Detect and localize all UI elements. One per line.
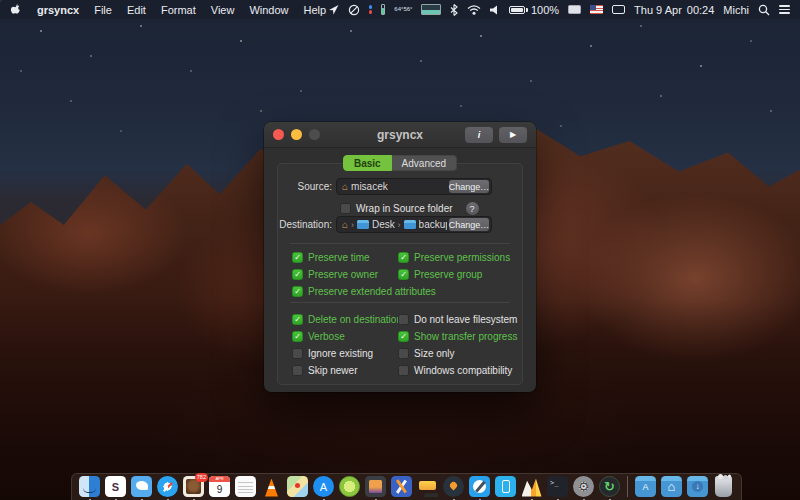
notification-center-icon[interactable] (779, 5, 790, 13)
checkbox-windows-compatibility[interactable]: ✓ Windows compatibility (398, 362, 517, 379)
checkbox-preserve-group[interactable]: ✓ Preserve group (398, 266, 510, 283)
run-button[interactable]: ▶ (499, 127, 527, 143)
checkbox-box[interactable]: ✓ (292, 252, 303, 263)
apple-menu-icon[interactable] (10, 3, 22, 17)
menu-item-view[interactable]: View (211, 4, 235, 16)
checkbox-delete-on-destination[interactable]: ✓ Delete on destination (292, 311, 402, 328)
checkbox-box[interactable]: ✓ (292, 348, 303, 359)
checkbox-show-transfer-progress[interactable]: ✓ Show transfer progress (398, 328, 517, 345)
destination-segment-backup: backup (419, 219, 447, 230)
spotlight-search-icon[interactable] (758, 4, 770, 16)
dock-item-grsyncx[interactable]: ↻ (599, 476, 620, 500)
window-titlebar[interactable]: grsyncx i ▶ (264, 122, 536, 148)
dock-item-mail[interactable]: 782 (183, 476, 204, 500)
temp-top: 64° (394, 6, 403, 13)
location-icon[interactable] (328, 4, 339, 15)
dock-item-finder[interactable] (79, 476, 100, 500)
option-label: Delete on destination (308, 314, 402, 325)
zoom-button[interactable] (309, 129, 320, 140)
dock-item-twitter[interactable] (131, 476, 152, 500)
dock-item-safari[interactable] (157, 476, 178, 500)
destination-change-button[interactable]: Change… (449, 218, 489, 231)
help-button[interactable]: ? (466, 202, 479, 215)
battery-status[interactable]: 100% (509, 4, 559, 16)
checkbox-box[interactable]: ✓ (398, 314, 409, 325)
menu-app-name[interactable]: grsyncx (37, 4, 79, 16)
network-graph-icon[interactable] (421, 4, 441, 15)
source-path-field[interactable]: ⌂ misacek Change… (336, 178, 492, 195)
dock-item-transmit[interactable] (417, 476, 438, 500)
checkbox-box[interactable]: ✓ (292, 314, 303, 325)
checkbox-box[interactable]: ✓ (398, 365, 409, 376)
close-button[interactable] (273, 129, 284, 140)
dock-item-terminal[interactable]: >_ (547, 476, 568, 500)
dock-item-calendar[interactable]: APR9 (209, 476, 230, 500)
do-not-disturb-icon[interactable] (348, 4, 360, 16)
tab-basic[interactable]: Basic (343, 155, 392, 171)
dock-item-downloads-folder[interactable]: ↓ (687, 476, 708, 500)
checkbox-box[interactable]: ✓ (398, 348, 409, 359)
dock-item-applications-folder[interactable]: A (635, 476, 656, 500)
menu-item-file[interactable]: File (94, 4, 112, 16)
dock-item-simulator[interactable] (495, 476, 516, 500)
info-button[interactable]: i (465, 127, 493, 143)
dock-item-trash[interactable] (713, 476, 734, 500)
menu-item-format[interactable]: Format (161, 4, 196, 16)
dock-item-xcode[interactable] (469, 476, 490, 500)
cpu-monitor-icon[interactable] (369, 5, 373, 14)
menu-clock[interactable]: Thu 9 Apr 00:24 (634, 4, 714, 16)
wifi-icon[interactable] (467, 5, 481, 15)
dock-item-vlc[interactable] (261, 476, 282, 500)
us-flag-icon[interactable] (590, 5, 603, 14)
bluetooth-icon[interactable] (450, 4, 458, 16)
dock-item-system-preferences[interactable]: ⚙ (573, 476, 594, 500)
tab-advanced[interactable]: Advanced (392, 155, 457, 171)
dock-item-home-folder[interactable]: ⌂ (661, 476, 682, 500)
dock-item-maps[interactable] (287, 476, 308, 500)
menu-item-help[interactable]: Help (304, 4, 327, 16)
transmit-truck-icon (417, 476, 438, 497)
dock-item-drawing-app[interactable] (391, 476, 412, 500)
dock-item-textedit[interactable] (235, 476, 256, 500)
checkbox-box[interactable]: ✓ (292, 365, 303, 376)
destination-path-field[interactable]: ⌂ › Deskt › backup Change… (336, 216, 492, 233)
dock-divider (627, 476, 628, 497)
checkbox-box[interactable]: ✓ (292, 269, 303, 280)
checkbox-box[interactable]: ✓ (340, 203, 351, 214)
menu-item-window[interactable]: Window (249, 4, 288, 16)
checkbox-preserve-extended-attributes[interactable]: ✓ Preserve extended attributes (292, 283, 436, 300)
safari-icon (157, 476, 178, 497)
checkbox-skip-newer[interactable]: ✓ Skip newer (292, 362, 402, 379)
dock-item-map-pin-app[interactable] (443, 476, 464, 500)
checkbox-do-not-leave-filesystem[interactable]: ✓ Do not leave filesystem (398, 311, 517, 328)
checkbox-box[interactable]: ✓ (292, 331, 303, 342)
icon-art: >_ (547, 476, 568, 497)
menu-item-edit[interactable]: Edit (127, 4, 146, 16)
minimize-button[interactable] (291, 129, 302, 140)
checkbox-box[interactable]: ✓ (398, 252, 409, 263)
dock-item-photos[interactable] (365, 476, 386, 500)
temperature-readout[interactable]: 64° 56° (394, 6, 412, 13)
checkbox-box[interactable]: ✓ (398, 269, 409, 280)
wrap-label: Wrap in Source folder (356, 203, 453, 214)
checkbox-wrap-in-source-folder[interactable]: ✓ Wrap in Source folder (340, 200, 453, 217)
checkbox-verbose[interactable]: ✓ Verbose (292, 328, 402, 345)
checkbox-preserve-permissions[interactable]: ✓ Preserve permissions (398, 249, 510, 266)
keyboard-icon[interactable] (568, 5, 581, 14)
dock-item-app-store[interactable]: A (313, 476, 334, 500)
checkbox-ignore-existing[interactable]: ✓ Ignore existing (292, 345, 402, 362)
dock-item-limechat[interactable] (339, 476, 360, 500)
memory-monitor-icon[interactable] (381, 4, 385, 15)
dock-item-slack[interactable]: S (105, 476, 126, 500)
checkbox-box[interactable]: ✓ (292, 286, 303, 297)
mail-app-icon: 782 (183, 476, 204, 497)
checkbox-size-only[interactable]: ✓ Size only (398, 345, 517, 362)
volume-icon[interactable] (490, 5, 500, 15)
checkbox-box[interactable]: ✓ (398, 331, 409, 342)
icon-art (157, 476, 178, 497)
source-change-button[interactable]: Change… (449, 180, 489, 193)
display-mirroring-icon[interactable] (612, 5, 625, 14)
user-menu[interactable]: Michi (723, 4, 749, 16)
info-icon: i (478, 130, 481, 140)
dock-item-origami-app[interactable] (521, 476, 542, 500)
